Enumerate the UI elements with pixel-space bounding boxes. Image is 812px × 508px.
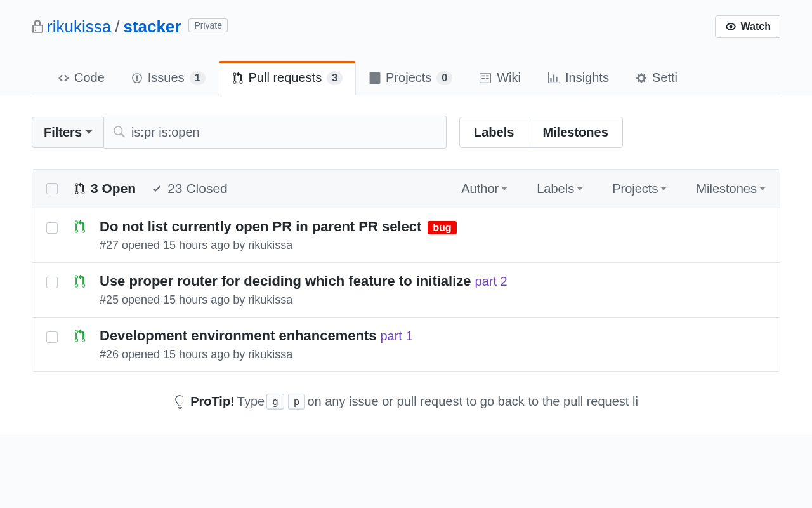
- tab-insights[interactable]: Insights: [534, 61, 622, 95]
- projects-count: 0: [436, 71, 452, 85]
- tab-pull-requests[interactable]: Pull requests 3: [219, 61, 357, 95]
- search-icon: [113, 126, 125, 138]
- part-link[interactable]: part 2: [475, 274, 508, 288]
- tab-issues[interactable]: Issues 1: [118, 61, 219, 95]
- milestones-button[interactable]: Milestones: [528, 117, 622, 148]
- label-bug[interactable]: bug: [428, 221, 456, 234]
- issue-meta: #27 opened 15 hours ago by rikukissa: [100, 239, 457, 252]
- tab-code[interactable]: Code: [44, 61, 118, 95]
- git-pull-request-icon: [74, 329, 86, 343]
- filter-projects[interactable]: Projects: [612, 182, 667, 196]
- protip: ProTip! Type g p on any issue or pull re…: [32, 372, 780, 410]
- issue-title-link[interactable]: Use proper router for deciding which fea…: [100, 273, 471, 289]
- issue-meta: #25 opened 15 hours ago by rikukissa: [100, 293, 508, 307]
- search-input[interactable]: [131, 125, 437, 140]
- git-pull-request-icon: [74, 274, 86, 288]
- filter-author[interactable]: Author: [461, 182, 508, 196]
- part-link[interactable]: part 1: [380, 329, 412, 343]
- open-tab[interactable]: 3 Open: [74, 181, 136, 196]
- lightbulb-icon: [174, 395, 185, 409]
- labels-button[interactable]: Labels: [459, 117, 528, 148]
- lock-icon: [32, 20, 43, 34]
- issue-meta: #26 opened 15 hours ago by rikukissa: [100, 348, 413, 361]
- tab-wiki[interactable]: Wiki: [466, 61, 534, 95]
- select-all-checkbox[interactable]: [46, 183, 58, 194]
- repo-name-link[interactable]: stacker: [123, 17, 181, 37]
- row-checkbox[interactable]: [46, 222, 58, 234]
- watch-button[interactable]: Watch: [715, 15, 780, 38]
- pr-count: 3: [327, 71, 343, 85]
- eye-icon: [724, 22, 737, 32]
- row-checkbox[interactable]: [46, 331, 58, 343]
- closed-tab[interactable]: 23 Closed: [151, 181, 228, 196]
- filters-button[interactable]: Filters: [32, 117, 104, 148]
- chevron-down-icon: [86, 130, 92, 134]
- issue-row: Do not list currently open PR in parent …: [32, 208, 780, 263]
- issues-count: 1: [190, 71, 206, 85]
- repo-owner-link[interactable]: rikukissa: [47, 17, 111, 37]
- git-pull-request-icon: [74, 220, 86, 234]
- issue-title-link[interactable]: Development environment enhancements: [100, 328, 376, 344]
- issue-row: Use proper router for deciding which fea…: [32, 263, 780, 318]
- tab-projects[interactable]: Projects 0: [356, 61, 466, 95]
- issue-row: Development environment enhancementspart…: [32, 318, 780, 371]
- filter-labels[interactable]: Labels: [537, 182, 583, 196]
- issue-title-link[interactable]: Do not list currently open PR in parent …: [100, 218, 421, 234]
- tab-settings[interactable]: Setti: [622, 61, 691, 95]
- tabs-nav: Code Issues 1 Pull requests 3 Projects 0…: [32, 61, 780, 95]
- filter-milestones[interactable]: Milestones: [696, 182, 766, 196]
- repo-title: rikukissa / stacker Private Watch: [32, 15, 780, 38]
- row-checkbox[interactable]: [46, 277, 58, 288]
- kbd-p: p: [288, 394, 306, 410]
- visibility-badge: Private: [188, 18, 228, 32]
- kbd-g: g: [266, 394, 284, 410]
